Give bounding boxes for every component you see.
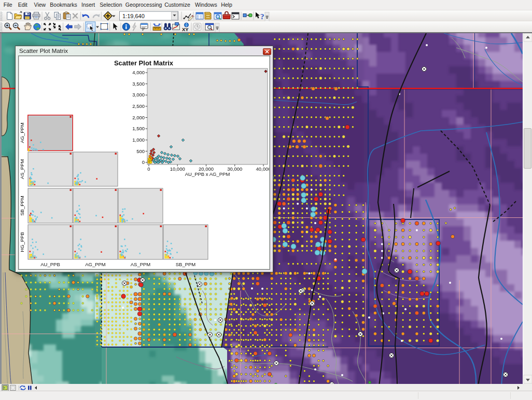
svg-text:1,500: 1,500: [132, 126, 145, 131]
svg-text:40,000: 40,000: [256, 166, 269, 172]
svg-text:10,000: 10,000: [170, 166, 185, 172]
svg-text:?: ?: [260, 12, 264, 21]
svg-text:AS_PPM: AS_PPM: [131, 261, 151, 267]
svg-text:AU_PPB x AG_PPM: AU_PPB x AG_PPM: [185, 171, 230, 177]
svg-text:AG_PPM: AG_PPM: [19, 122, 25, 143]
svg-text:2,000: 2,000: [132, 115, 145, 120]
svg-text:HG_PPB: HG_PPB: [19, 232, 25, 252]
svg-text:1,000: 1,000: [132, 137, 145, 143]
svg-text:AU_PPB: AU_PPB: [40, 261, 60, 267]
svg-text:2,500: 2,500: [132, 103, 145, 109]
svg-text:3,500: 3,500: [132, 81, 145, 87]
svg-text:Scatter Plot Matrix: Scatter Plot Matrix: [114, 59, 174, 67]
svg-text:0: 0: [142, 159, 145, 165]
svg-text:0: 0: [147, 166, 150, 172]
svg-text:SB_PPM: SB_PPM: [19, 196, 25, 216]
svg-text:AS_PPM: AS_PPM: [19, 159, 25, 180]
svg-text:AG_PPM: AG_PPM: [85, 261, 106, 267]
svg-text:3,000: 3,000: [132, 92, 145, 98]
svg-text:SB_PPM: SB_PPM: [176, 261, 196, 267]
svg-text:XY: XY: [182, 26, 189, 32]
svg-text:500: 500: [136, 148, 145, 154]
svg-text:4,000: 4,000: [132, 70, 145, 75]
svg-text:1:19,640: 1:19,640: [122, 13, 145, 19]
